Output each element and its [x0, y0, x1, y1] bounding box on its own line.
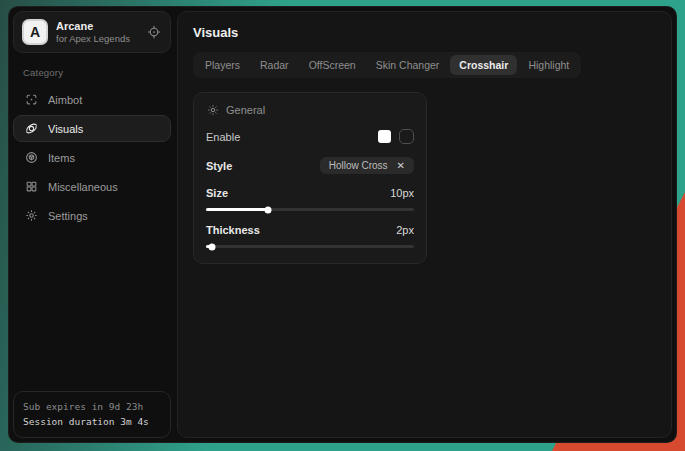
- tab-bar: Players Radar OffScreen Skin Changer Cro…: [193, 52, 581, 78]
- brand-card: A Arcane for Apex Legends: [13, 11, 171, 53]
- tab-highlight[interactable]: Highlight: [519, 55, 578, 75]
- sidebar-item-label: Miscellaneous: [48, 181, 118, 193]
- settings-gear-icon: [24, 209, 38, 223]
- color-swatch[interactable]: [378, 130, 391, 143]
- items-package-icon: [24, 151, 38, 165]
- page-title: Visuals: [193, 25, 238, 40]
- tab-offscreen[interactable]: OffScreen: [300, 55, 365, 75]
- tab-players[interactable]: Players: [196, 55, 249, 75]
- sidebar-item-label: Items: [48, 152, 75, 164]
- app-name: Arcane: [56, 20, 138, 33]
- app-logo: A: [22, 19, 48, 45]
- sidebar-item-miscellaneous[interactable]: Miscellaneous: [13, 173, 171, 200]
- misc-grid-icon: [24, 180, 38, 194]
- sidebar-item-label: Settings: [48, 210, 88, 222]
- size-row: Size 10px: [206, 187, 414, 199]
- aimbot-crosshair-icon: [24, 93, 38, 107]
- visuals-orbit-icon: [24, 122, 38, 136]
- style-dropdown[interactable]: Hollow Cross ✕: [320, 157, 414, 174]
- enable-label: Enable: [206, 131, 240, 143]
- general-card-title: General: [226, 104, 265, 116]
- brand-text: Arcane for Apex Legends: [56, 20, 138, 45]
- thickness-value: 2px: [396, 224, 414, 236]
- enable-controls: [378, 129, 414, 144]
- sidebar-item-visuals[interactable]: Visuals: [13, 115, 171, 142]
- clear-style-icon[interactable]: ✕: [397, 161, 405, 171]
- thickness-label: Thickness: [206, 224, 260, 236]
- sub-expires-text: Sub expires in 9d 23h: [23, 399, 161, 414]
- general-card: General Enable Style Hollow Cross ✕ Size…: [193, 92, 427, 264]
- sidebar-item-label: Visuals: [48, 123, 83, 135]
- style-row: Style Hollow Cross ✕: [206, 157, 414, 174]
- category-label: Category: [23, 67, 171, 78]
- thickness-slider-thumb[interactable]: [209, 243, 216, 250]
- sidebar-item-items[interactable]: Items: [13, 144, 171, 171]
- sidebar-nav: Aimbot Visuals: [13, 86, 171, 229]
- subscription-box: Sub expires in 9d 23h Session duration 3…: [13, 391, 171, 438]
- app-subtitle: for Apex Legends: [56, 33, 138, 45]
- size-slider-thumb[interactable]: [265, 206, 272, 213]
- focus-crosshair-icon[interactable]: [146, 24, 162, 40]
- size-value: 10px: [390, 187, 414, 199]
- general-gear-icon: [206, 103, 219, 116]
- enable-row: Enable: [206, 129, 414, 144]
- sidebar-item-aimbot[interactable]: Aimbot: [13, 86, 171, 113]
- enable-checkbox[interactable]: [399, 129, 414, 144]
- sidebar-spacer: [13, 229, 171, 391]
- app-window: A Arcane for Apex Legends Category: [8, 6, 677, 443]
- size-slider[interactable]: [206, 208, 414, 211]
- size-label: Size: [206, 187, 228, 199]
- style-label: Style: [206, 160, 232, 172]
- tab-skin-changer[interactable]: Skin Changer: [367, 55, 449, 75]
- main-panel: Visuals Players Radar OffScreen Skin Cha…: [177, 11, 672, 438]
- style-value: Hollow Cross: [329, 160, 388, 171]
- size-slider-fill: [206, 208, 268, 211]
- thickness-slider[interactable]: [206, 245, 414, 248]
- session-duration-text: Session duration 3m 4s: [23, 414, 161, 429]
- thickness-row: Thickness 2px: [206, 224, 414, 236]
- sidebar-item-settings[interactable]: Settings: [13, 202, 171, 229]
- tab-crosshair[interactable]: Crosshair: [450, 55, 517, 75]
- sidebar: A Arcane for Apex Legends Category: [9, 7, 175, 442]
- general-card-header: General: [206, 103, 414, 116]
- sidebar-item-label: Aimbot: [48, 94, 82, 106]
- tab-radar[interactable]: Radar: [251, 55, 298, 75]
